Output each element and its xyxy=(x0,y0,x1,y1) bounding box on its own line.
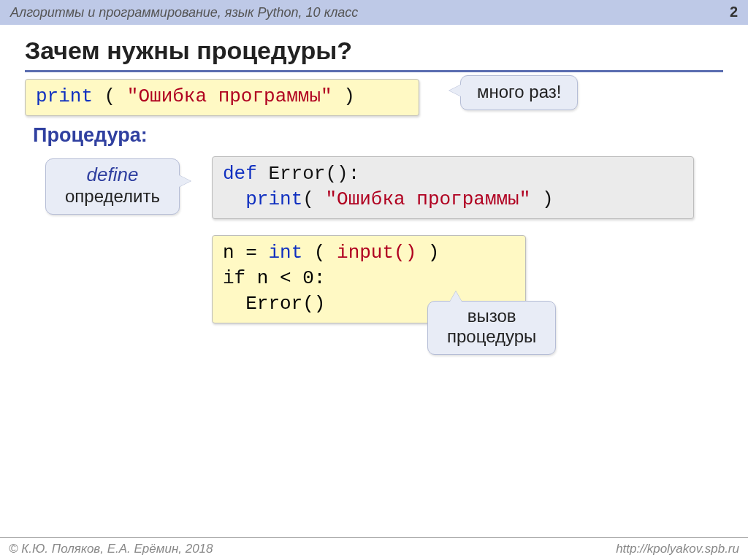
callout-call-procedure: вызов процедуры xyxy=(427,301,556,355)
code-block-print: print ( "Ошибка программы" ) xyxy=(25,79,419,116)
slide-header: Алгоритмы и программирование, язык Pytho… xyxy=(0,0,748,25)
keyword-def: def xyxy=(223,163,257,185)
paren-close: ) xyxy=(332,85,355,107)
callout-text: много раз! xyxy=(477,82,561,101)
slide-footer: © К.Ю. Поляков, Е.А. Ерёмин, 2018 http:/… xyxy=(0,537,748,560)
footer-url: http://kpolyakov.spb.ru xyxy=(616,542,739,556)
code-text: n < 0: xyxy=(245,267,325,289)
paren-close: ) xyxy=(530,188,553,210)
course-title: Алгоритмы и программирование, язык Pytho… xyxy=(10,5,358,20)
paren-open: ( xyxy=(93,85,127,107)
code-call: Error() xyxy=(223,293,325,315)
subtitle-procedure: Процедура: xyxy=(33,124,148,147)
callout-define: define определить xyxy=(45,158,180,215)
slide-title: Зачем нужны процедуры? xyxy=(25,37,352,65)
footer-copyright: © К.Ю. Поляков, Е.А. Ерёмин, 2018 xyxy=(9,542,213,556)
callout-line1: вызов xyxy=(447,306,536,326)
define-meaning: определить xyxy=(65,186,160,207)
callout-many-times: много раз! xyxy=(460,75,578,110)
keyword-print: print xyxy=(245,188,302,210)
callout-tail xyxy=(450,291,462,302)
keyword-print: print xyxy=(36,85,93,107)
code-text: ) xyxy=(416,242,439,264)
callout-line2: процедуры xyxy=(447,326,536,347)
callout-tail xyxy=(179,175,191,187)
indent xyxy=(223,188,245,210)
page-number: 2 xyxy=(730,4,738,20)
keyword-input: input() xyxy=(337,242,416,264)
title-rule xyxy=(25,70,723,72)
callout-tail xyxy=(449,85,461,96)
paren-open: ( xyxy=(302,188,325,210)
define-word: define xyxy=(65,164,160,186)
string-literal: "Ошибка программы" xyxy=(127,85,332,107)
keyword-int: int xyxy=(268,242,302,264)
code-text: n = xyxy=(223,242,268,264)
function-decl: Error(): xyxy=(257,163,359,185)
code-text: ( xyxy=(302,242,337,264)
code-block-def: def Error(): print( "Ошибка программы" ) xyxy=(212,156,694,219)
keyword-if: if xyxy=(223,267,245,289)
string-literal: "Ошибка программы" xyxy=(325,188,530,210)
